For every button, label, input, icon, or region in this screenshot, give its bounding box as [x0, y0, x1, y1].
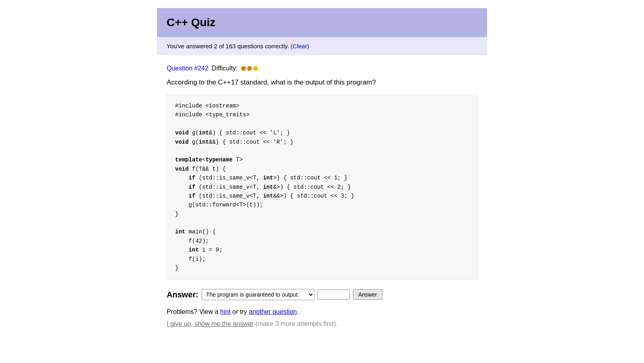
- give-up-link[interactable]: I give up, show me the answer: [167, 320, 254, 327]
- main-content: Question #242 Difficulty: According to t…: [157, 65, 487, 328]
- question-text: According to the C++17 standard, what is…: [167, 78, 477, 87]
- page-container: C++ Quiz You've answered 2 of 163 questi…: [157, 8, 487, 328]
- difficulty-dots: [241, 66, 258, 71]
- help-row: Problems? View a hint or try another que…: [167, 308, 477, 316]
- hint-link[interactable]: hint: [220, 308, 231, 315]
- question-link[interactable]: Question #242: [167, 65, 208, 72]
- stats-bar: You've answered 2 of 163 questions corre…: [157, 37, 487, 55]
- question-meta: Question #242 Difficulty:: [167, 65, 477, 72]
- header-box: C++ Quiz: [157, 8, 487, 37]
- answer-row: Answer: The program is guaranteed to out…: [167, 289, 477, 300]
- answer-input[interactable]: [318, 289, 350, 300]
- page-title: C++ Quiz: [167, 16, 477, 29]
- stats-text: You've answered 2 of 163 questions corre…: [167, 43, 289, 50]
- help-text-middle: or try: [231, 308, 249, 315]
- difficulty-dot-1: [241, 66, 246, 71]
- difficulty-dot-3: [253, 66, 258, 71]
- difficulty-dot-2: [247, 66, 252, 71]
- another-question-link[interactable]: another question: [249, 308, 297, 315]
- give-up-row: I give up, show me the answer (make 3 mo…: [167, 320, 477, 328]
- help-text-after: .: [297, 308, 298, 315]
- code-line-1: #include <iostream> #include <type_trait…: [175, 103, 354, 271]
- code-block: #include <iostream> #include <type_trait…: [167, 95, 477, 279]
- difficulty-label: Difficulty:: [212, 65, 238, 72]
- answer-label: Answer:: [167, 290, 198, 299]
- answer-select[interactable]: The program is guaranteed to output: 1R2…: [202, 289, 314, 300]
- clear-link[interactable]: (Clear): [291, 43, 309, 50]
- answer-button[interactable]: Answer: [353, 289, 382, 300]
- give-up-text: (make 3 more attempts first).: [254, 320, 338, 327]
- help-text-before: Problems? View a: [167, 308, 220, 315]
